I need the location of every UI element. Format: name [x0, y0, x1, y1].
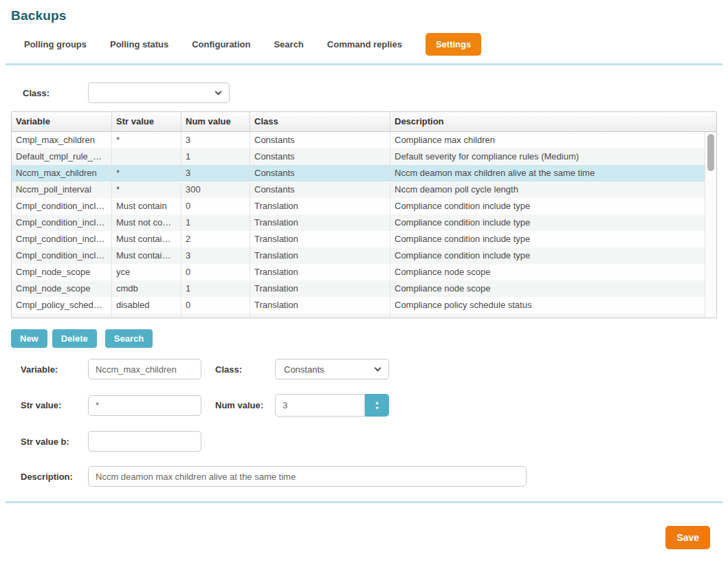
cell-description: Compliance condition include type: [390, 214, 705, 231]
cell-variable: Cmpl_condition_incl…: [12, 247, 112, 264]
new-button[interactable]: New: [11, 329, 47, 348]
page-title: Backups: [11, 8, 728, 23]
num-value-field: ▲ ▼: [275, 394, 389, 417]
cell-str-value: cmdb: [112, 280, 181, 297]
cell-class: Constants: [250, 165, 390, 181]
cell-variable: Cmpl_condition_incl…: [12, 214, 112, 231]
tab-polling-groups[interactable]: Polling groups: [24, 39, 87, 49]
column-header-class[interactable]: Class: [250, 112, 390, 131]
cell-str-value: *: [112, 132, 181, 148]
spinner-up-icon[interactable]: ▲: [375, 400, 379, 406]
table-scrollbar-track[interactable]: [705, 132, 716, 318]
cell-variable: Cmpl_policy_schedu…: [12, 297, 112, 313]
cell-description: Compliance condition include type: [390, 198, 705, 214]
cell-str-value: Must contain: [112, 198, 181, 214]
cell-num-value: 1: [181, 214, 250, 231]
tab-settings[interactable]: Settings: [426, 33, 481, 56]
cell-str-value: Must not cont…: [112, 214, 181, 231]
str-value-b-input[interactable]: [88, 431, 201, 452]
str-value-label: Str value:: [21, 400, 88, 410]
cell-class: Translation: [250, 214, 390, 231]
cell-variable: Cmpl_condition_incl…: [12, 198, 112, 214]
tab-polling-status[interactable]: Polling status: [110, 39, 168, 49]
column-header-num-value[interactable]: Num value: [181, 112, 250, 131]
cell-class: [250, 313, 390, 318]
cell-num-value: 0: [181, 297, 250, 313]
cell-num-value: 300: [181, 181, 250, 198]
class-filter-label: Class:: [23, 88, 88, 98]
chevron-down-icon: [215, 89, 222, 96]
table-row[interactable]: Cmpl_condition_incl… Must contain … 3 Tr…: [12, 247, 705, 264]
description-input[interactable]: [88, 466, 527, 487]
table-row[interactable]: Cmpl_condition_incl… Must not cont… 1 Tr…: [12, 214, 705, 231]
cell-num-value: 1: [181, 280, 250, 297]
tab-search[interactable]: Search: [274, 39, 303, 49]
cell-num-value: 1: [181, 148, 250, 165]
class-filter-select[interactable]: [88, 82, 230, 103]
tab-configuration[interactable]: Configuration: [192, 39, 250, 49]
footer-divider: [5, 501, 723, 503]
cell-str-value: Must contain …: [112, 231, 181, 247]
tab-command-replies[interactable]: Command replies: [327, 39, 402, 49]
cell-class: Translation: [250, 280, 390, 297]
tab-bar: Polling groups Polling status Configurat…: [24, 33, 728, 55]
cell-str-value: [112, 313, 181, 318]
tab-divider: [5, 63, 723, 65]
table-row[interactable]: Cmpl_condition_incl… Must contain 0 Tran…: [12, 198, 705, 214]
spinner-down-icon[interactable]: ▼: [375, 406, 379, 411]
chevron-down-icon: [375, 365, 382, 372]
cell-description: Compliance node scope: [390, 280, 705, 297]
table-row[interactable]: Cmpl_node_scope cmdb 1 Translation Compl…: [12, 280, 705, 297]
cell-str-value: Must contain …: [112, 247, 181, 264]
cell-class: Translation: [250, 297, 390, 313]
column-header-variable[interactable]: Variable: [12, 112, 112, 131]
cell-class: Translation: [250, 247, 390, 264]
column-header-str-value[interactable]: Str value: [112, 112, 181, 131]
cell-description: [390, 313, 705, 318]
table-row[interactable]: Cmpl_condition_incl… Must contain … 2 Tr…: [12, 231, 705, 247]
table-row[interactable]: Nccm_poll_interval * 300 Constants Nccm …: [12, 181, 705, 198]
cell-str-value: yce: [112, 264, 181, 280]
class-label: Class:: [215, 364, 275, 375]
cell-variable: [12, 313, 112, 318]
num-value-input[interactable]: [275, 394, 365, 417]
search-button[interactable]: Search: [105, 329, 153, 348]
cell-num-value: 3: [181, 132, 250, 148]
cell-description: Nccm deamon max children alive at the sa…: [390, 165, 705, 181]
class-select[interactable]: Constants: [275, 359, 389, 379]
str-value-input[interactable]: [88, 395, 201, 416]
cell-str-value: [112, 148, 181, 165]
str-value-b-label: Str value b:: [21, 437, 88, 447]
table-row[interactable]: Nccm_max_children * 3 Constants Nccm dea…: [12, 165, 705, 181]
table-row[interactable]: Default_cmpl_rule_s… 1 Constants Default…: [12, 148, 705, 165]
cell-str-value: *: [112, 165, 181, 181]
settings-table: Variable Str value Num value Class Descr…: [11, 111, 717, 318]
table-row-partial[interactable]: [12, 313, 705, 318]
table-scrollbar-thumb[interactable]: [707, 134, 714, 171]
cell-class: Constants: [250, 132, 390, 148]
table-header: Variable Str value Num value Class Descr…: [12, 112, 716, 132]
class-filter-row: Class:: [0, 82, 728, 103]
cell-num-value: 0: [181, 264, 250, 280]
num-value-label: Num value:: [215, 400, 275, 410]
table-row[interactable]: Cmpl_max_children * 3 Constants Complian…: [12, 132, 705, 148]
cell-class: Translation: [250, 198, 390, 214]
cell-variable: Cmpl_node_scope: [12, 280, 112, 297]
cell-variable: Nccm_max_children: [12, 165, 112, 181]
column-header-description[interactable]: Description: [390, 112, 716, 131]
number-spinner[interactable]: ▲ ▼: [365, 394, 389, 417]
cell-description: Default severity for compliance rules (M…: [390, 148, 705, 165]
save-button[interactable]: Save: [665, 526, 710, 549]
cell-class: Translation: [250, 231, 390, 247]
table-row[interactable]: Cmpl_policy_schedu… disabled 0 Translati…: [12, 297, 705, 313]
cell-num-value: 0: [181, 198, 250, 214]
variable-label: Variable:: [21, 364, 88, 375]
variable-input[interactable]: [88, 359, 201, 379]
cell-class: Translation: [250, 264, 390, 280]
cell-class: Constants: [250, 181, 390, 198]
delete-button[interactable]: Delete: [52, 329, 97, 348]
cell-str-value: *: [112, 181, 181, 198]
cell-variable: Cmpl_max_children: [12, 132, 112, 148]
table-row[interactable]: Cmpl_node_scope yce 0 Translation Compli…: [12, 264, 705, 280]
cell-description: Compliance max children: [390, 132, 705, 148]
